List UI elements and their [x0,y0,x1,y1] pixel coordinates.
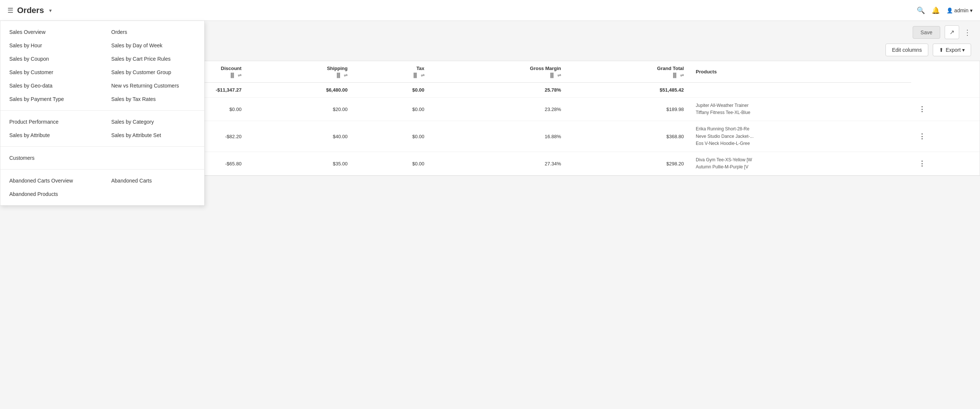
share-icon: ↗ [950,29,955,35]
header-right: 🔍 🔔 👤 admin ▾ [917,6,972,14]
summary-shipping: $6,480.00 [247,83,353,97]
title-arrow-icon[interactable]: ▾ [49,8,52,13]
col-tax: Tax ▐▌ ⇌ [353,61,430,83]
row1-products: Jupiter All-Weather Trainer Tiffany Fitn… [690,97,911,121]
product-item: Diva Gym Tee-XS-Yellow [W [696,157,905,163]
admin-arrow-icon: ▾ [970,8,972,13]
dropdown-section-customers: Customers [0,147,204,169]
row2-shipping: $40.00 [247,121,353,152]
summary-gross-margin: 25.78% [431,83,567,97]
tax-sort-icon[interactable]: ▐▌ [412,73,418,78]
menu-item-orders[interactable]: Orders [102,26,204,39]
admin-menu[interactable]: 👤 admin ▾ [947,8,972,13]
col-grand-total: Grand Total ▐▌ ⇌ [567,61,690,83]
product-item: Autumn Pullie-M-Purple [V [696,163,905,171]
export-button[interactable]: ⬆ Export ▾ [933,43,971,56]
menu-item-sales-overview[interactable]: Sales Overview [0,26,102,39]
row1-shipping: $20.00 [247,97,353,121]
col-gross-margin: Gross Margin ▐▌ ⇌ [431,61,567,83]
discount-filter-icon[interactable]: ⇌ [238,73,242,78]
row3-actions: ⋮ [911,152,980,175]
notification-icon[interactable]: 🔔 [932,6,940,14]
row1-tax: $0.00 [353,97,430,121]
product-item: Erika Running Short-28-Re [696,126,905,133]
discount-sort-icon[interactable]: ▐▌ [229,73,235,78]
menu-item-abandoned-carts-overview[interactable]: Abandoned Carts Overview [0,174,102,176]
product-item: Neve Studio Dance Jacket-... [696,133,905,140]
row3-products: Diva Gym Tee-XS-Yellow [W Autumn Pullie-… [690,152,911,175]
col-products: Products [690,61,911,83]
user-icon: 👤 [947,8,953,13]
menu-item-sales-by-attribute-set[interactable]: Sales by Attribute Set [102,128,204,142]
row2-gross-margin: 16.88% [431,121,567,152]
shipping-filter-icon[interactable]: ⇌ [344,73,347,78]
product-item: Eos V-Neck Hoodie-L-Gree [696,140,905,147]
export-label: Export ▾ [946,47,965,53]
menu-item-sales-by-payment[interactable]: Sales by Payment Type [0,93,102,106]
row3-grand-total: $298.20 [567,152,690,175]
page-title: Orders [17,6,44,15]
row2-products: Erika Running Short-28-Re Neve Studio Da… [690,121,911,152]
share-button[interactable]: ↗ [945,26,959,39]
edit-columns-button[interactable]: Edit columns [886,43,928,56]
menu-item-sales-by-coupon[interactable]: Sales by Coupon [0,52,102,66]
menu-item-customers[interactable]: Customers [0,151,204,165]
menu-item-sales-by-tax[interactable]: Sales by Tax Rates [102,93,204,106]
menu-item-abandoned-carts[interactable]: Abandoned Carts [102,174,204,176]
search-icon[interactable]: 🔍 [917,6,925,14]
menu-item-sales-by-cart-price[interactable]: Sales by Cart Price Rules [102,52,204,66]
row1-gross-margin: 23.28% [431,97,567,121]
product-item: Jupiter All-Weather Trainer [696,102,905,109]
menu-item-sales-by-geodata[interactable]: Sales by Geo-data [0,79,102,93]
product-item: Tiffany Fitness Tee-XL-Blue [696,109,905,116]
row2-grand-total: $368.80 [567,121,690,152]
menu-item-sales-by-customer-group[interactable]: Sales by Customer Group [102,66,204,79]
header-left: ☰ Orders ▾ [8,6,52,15]
row3-tax: $0.00 [353,152,430,175]
more-options-button[interactable]: ⋮ [964,28,971,37]
summary-grand-total: $51,485.42 [567,83,690,97]
dropdown-section-products: Product Performance Sales by Category Sa… [0,111,204,147]
row2-tax: $0.00 [353,121,430,152]
row-more-button[interactable]: ⋮ [917,160,927,168]
menu-item-sales-by-hour[interactable]: Sales by Hour [0,39,102,52]
col-shipping: Shipping ▐▌ ⇌ [247,61,353,83]
summary-products [690,83,911,97]
export-icon: ⬆ [939,47,943,53]
row2-actions: ⋮ [911,121,980,152]
row3-shipping: $35.00 [247,152,353,175]
grossmargin-filter-icon[interactable]: ⇌ [557,73,561,78]
dropdown-grid-sales: Sales Overview Orders Sales by Hour Sale… [0,26,204,106]
row1-actions: ⋮ [911,97,980,121]
admin-label-text: admin [955,8,969,13]
dropdown-section-sales: Sales Overview Orders Sales by Hour Sale… [0,21,204,111]
menu-item-sales-by-customer[interactable]: Sales by Customer [0,66,102,79]
summary-tax: $0.00 [353,83,430,97]
hamburger-icon[interactable]: ☰ [8,6,13,14]
save-button[interactable]: Save [913,26,940,39]
menu-item-sales-by-attribute[interactable]: Sales by Attribute [0,128,102,142]
app-header: ☰ Orders ▾ 🔍 🔔 👤 admin ▾ [0,0,980,21]
shipping-sort-icon[interactable]: ▐▌ [335,73,342,78]
menu-item-new-vs-returning[interactable]: New vs Returning Customers [102,79,204,93]
dropdown-grid-products: Product Performance Sales by Category Sa… [0,115,204,142]
grossmargin-sort-icon[interactable]: ▐▌ [549,73,555,78]
row1-grand-total: $189.98 [567,97,690,121]
menu-item-sales-by-day[interactable]: Sales by Day of Week [102,39,204,52]
nav-dropdown: Sales Overview Orders Sales by Hour Sale… [0,21,205,176]
row-more-button[interactable]: ⋮ [917,105,927,113]
row-more-button[interactable]: ⋮ [917,132,927,141]
dropdown-section-abandoned: Abandoned Carts Overview Abandoned Carts… [0,169,204,176]
menu-item-product-performance[interactable]: Product Performance [0,115,102,128]
grandtotal-filter-icon[interactable]: ⇌ [680,73,684,78]
row3-gross-margin: 27.34% [431,152,567,175]
dropdown-grid-abandoned: Abandoned Carts Overview Abandoned Carts… [0,174,204,176]
tax-filter-icon[interactable]: ⇌ [421,73,425,78]
grandtotal-sort-icon[interactable]: ▐▌ [671,73,678,78]
menu-item-sales-by-category[interactable]: Sales by Category [102,115,204,128]
